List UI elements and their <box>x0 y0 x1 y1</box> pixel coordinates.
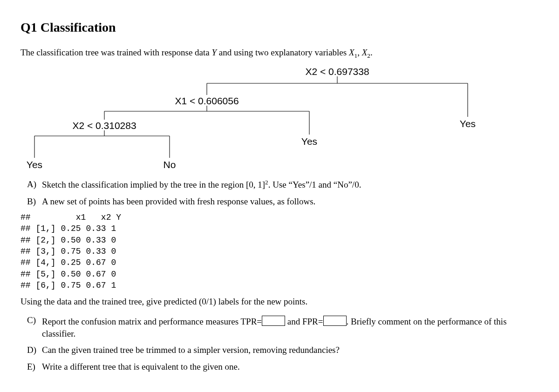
question-title: Q1 Classification <box>20 19 539 36</box>
item-e: E) Write a different tree that is equiva… <box>42 361 539 373</box>
question-list-continued: C) Report the confusion matrix and perfo… <box>20 314 539 373</box>
tree-left-left-label: X2 < 0.310283 <box>72 120 136 131</box>
tree-leaf-no: No <box>164 159 176 170</box>
intro-text: The classification tree was trained with… <box>20 47 211 57</box>
classification-tree: X2 < 0.697338 X1 < 0.606056 X2 < 0.31028… <box>20 65 539 172</box>
after-data-text: Using the data and the trained tree, giv… <box>20 296 539 308</box>
tree-leaf-yes: Yes <box>27 159 42 170</box>
item-b: B) A new set of points has been provided… <box>42 196 539 208</box>
tree-left-label: X1 < 0.606056 <box>175 95 239 106</box>
intro-text: and using two explanatory variables <box>217 47 349 57</box>
tree-root-label: X2 < 0.697338 <box>305 66 369 77</box>
item-text: Can the given trained tree be trimmed to… <box>42 345 340 355</box>
item-text: . Use “Yes”/1 and “No”/0. <box>268 180 361 189</box>
item-text: and FPR= <box>285 317 323 326</box>
region: [0, 1] <box>246 180 265 189</box>
item-marker: D) <box>27 344 36 356</box>
tree-leaf-yes: Yes <box>460 118 476 129</box>
intro-paragraph: The classification tree was trained with… <box>20 47 539 60</box>
superscript: 2 <box>265 179 268 186</box>
item-text: Sketch the classification implied by the… <box>42 180 246 189</box>
item-marker: E) <box>27 361 35 373</box>
item-c: C) Report the confusion matrix and perfo… <box>42 314 539 339</box>
intro-text: , <box>357 47 362 57</box>
item-marker: C) <box>27 314 36 326</box>
tree-leaf-yes: Yes <box>301 136 317 147</box>
item-text: Report the confusion matrix and performa… <box>42 317 262 326</box>
data-table: ## x1 x2 Y ## [1,] 0.25 0.33 1 ## [2,] 0… <box>20 212 539 291</box>
item-text: A new set of points has been provided wi… <box>42 196 315 206</box>
question-list: A) Sketch the classification implied by … <box>20 178 539 208</box>
subscript: 2 <box>367 52 370 59</box>
item-a: A) Sketch the classification implied by … <box>42 178 539 191</box>
tpr-blank[interactable] <box>262 316 285 326</box>
item-text: Write a different tree that is equivalen… <box>42 362 240 372</box>
item-d: D) Can the given trained tree be trimmed… <box>42 344 539 356</box>
variable-x1: X <box>349 47 354 57</box>
item-marker: A) <box>27 178 36 190</box>
variable-y: Y <box>211 47 217 57</box>
variable-x2: X <box>362 47 368 57</box>
item-marker: B) <box>27 196 36 208</box>
fpr-blank[interactable] <box>323 316 347 326</box>
intro-text: . <box>370 47 373 57</box>
